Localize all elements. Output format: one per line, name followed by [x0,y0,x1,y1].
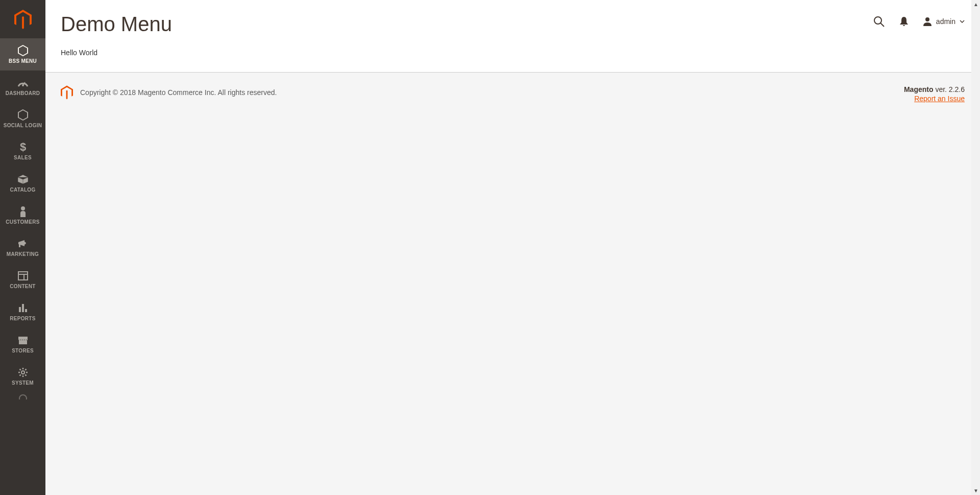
svg-rect-10 [25,309,27,312]
user-menu[interactable]: admin [923,17,965,26]
footer-product-name: Magento [904,85,934,93]
sidebar-item-stores[interactable]: STORES [0,328,45,360]
sidebar-item-label: CONTENT [10,284,35,289]
svg-line-14 [880,23,884,27]
store-icon [17,335,29,346]
sidebar-item-sales[interactable]: $ SALES [0,135,45,167]
sidebar-item-marketing[interactable]: MARKETING [0,231,45,264]
search-button[interactable] [873,15,885,28]
sidebar-item-social-login[interactable]: SOCIAL LOGIN [0,103,45,135]
magento-logo[interactable] [0,0,45,38]
sidebar-item-partial[interactable] [0,392,45,403]
chevron-down-icon [960,20,965,23]
svg-rect-4 [19,244,20,247]
svg-point-3 [21,206,25,210]
gauge-icon [17,77,29,88]
person-icon [19,206,27,217]
svg-point-12 [19,395,27,399]
footer-version: Magento ver. 2.2.6 [904,85,965,93]
sidebar-item-customers[interactable]: CUSTOMERS [0,199,45,231]
sidebar-item-label: CUSTOMERS [6,219,39,225]
sidebar-item-label: CATALOG [10,187,35,193]
footer-copyright: Copyright © 2018 Magento Commerce Inc. A… [80,88,277,97]
magento-logo-icon [14,10,32,29]
sidebar-item-label: BSS MENU [9,58,37,64]
sidebar-item-content[interactable]: CONTENT [0,264,45,296]
sidebar-item-label: DASHBOARD [6,90,40,96]
sidebar-item-label: REPORTS [10,316,35,321]
svg-point-13 [874,17,881,24]
sidebar-item-catalog[interactable]: CATALOG [0,167,45,199]
page-title: Demo Menu [61,13,172,36]
magento-footer-icon [61,85,73,100]
hexagon-icon [18,45,28,56]
sidebar-item-label: STORES [12,348,34,353]
sidebar-item-system[interactable]: SYSTEM [0,360,45,392]
svg-point-15 [925,17,929,21]
sidebar-item-dashboard[interactable]: DASHBOARD [0,70,45,103]
scrollbar[interactable]: ▲ ▼ [971,0,980,495]
bars-icon [18,302,28,314]
bell-icon [899,16,909,27]
report-issue-link[interactable]: Report an Issue [914,95,965,103]
scroll-down-icon: ▼ [973,488,978,493]
megaphone-icon [17,238,29,249]
notifications-button[interactable] [899,16,909,27]
sidebar-item-label: SALES [14,155,32,160]
content-text: Hello World [61,49,965,57]
hexagon-outline-icon [18,109,28,121]
svg-rect-5 [18,272,28,280]
footer-version-label: ver. 2.2.6 [934,85,965,93]
svg-rect-8 [19,307,21,312]
gear-icon [18,367,28,378]
sidebar-item-bss-menu[interactable]: BSS MENU [0,38,45,70]
dollar-icon: $ [19,142,27,153]
sidebar-item-label: SYSTEM [12,380,34,386]
search-icon [873,15,885,28]
user-icon [923,17,932,26]
layout-icon [18,270,28,281]
partial-icon [18,392,28,400]
sidebar-item-reports[interactable]: REPORTS [0,296,45,328]
svg-text:$: $ [19,142,26,153]
box-icon [17,174,29,185]
svg-rect-9 [22,304,24,312]
user-name: admin [936,17,955,26]
sidebar-item-label: SOCIAL LOGIN [4,123,42,128]
scroll-up-icon: ▲ [973,2,978,7]
sidebar-item-label: MARKETING [7,251,39,257]
svg-point-11 [21,371,24,374]
